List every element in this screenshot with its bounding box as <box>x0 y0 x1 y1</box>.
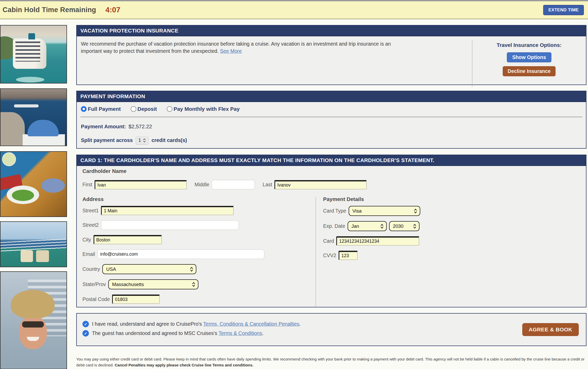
city-input[interactable] <box>94 235 162 244</box>
wine-glass-shape <box>2 152 16 166</box>
email-input[interactable] <box>97 249 264 259</box>
postal-code-label: Postal Code <box>82 296 110 302</box>
exp-date-label: Exp. Date <box>323 223 345 229</box>
city-label: City <box>82 237 91 243</box>
cvv-row: CVV2 <box>323 251 420 260</box>
hold-time-label: Cabin Hold Time Remaining <box>3 6 96 14</box>
msc-terms-link[interactable]: Terms & Conditions <box>219 330 262 336</box>
flex-pay-radio-option[interactable]: Pay Monthly with Flex Pay <box>167 106 240 112</box>
postal-row: Postal Code <box>82 295 316 304</box>
country-value: USA <box>106 266 116 272</box>
cruise-ship-stern-photo <box>0 25 67 83</box>
ship-funnel-shape <box>28 33 35 39</box>
agree-terms-checkbox[interactable]: ✓ <box>82 321 89 327</box>
address-and-details-columns: Address Street1 Street2 City Email <box>82 196 582 308</box>
first-name-label: First <box>82 182 92 188</box>
cancel-penalties-notice: Cancel Penalties may apply please check … <box>115 363 253 367</box>
updown-chevron-icon <box>143 138 146 143</box>
check-icon: ✓ <box>84 322 87 326</box>
guest-terms-checkbox[interactable]: ✓ <box>82 330 89 337</box>
show-options-button[interactable]: Show Options <box>507 52 551 62</box>
card-type-label: Card Type <box>323 208 346 214</box>
cliff-shape <box>0 112 25 146</box>
middle-name-label: Middle <box>195 182 209 188</box>
card1-section: CARD 1: THE CARDHOLDER'S NAME AND ADDRES… <box>76 155 586 307</box>
payment-info-section: PAYMENT INFORMATION Full Payment Deposit… <box>76 91 586 149</box>
insurance-body: We recommend the purchase of vacation pr… <box>77 36 586 90</box>
deposit-label: Deposit <box>138 106 157 112</box>
agreement-row-2: ✓ The guest has understood and agreed to… <box>82 330 301 337</box>
santorini-blue-dome-photo <box>0 88 67 146</box>
travel-insurance-options-title: Travel Insurance Options: <box>497 42 562 48</box>
street1-label: Street1 <box>82 208 99 214</box>
agreement-section: ✓ I have read, understand and agree to C… <box>76 313 586 346</box>
postal-code-input[interactable] <box>112 295 160 304</box>
country-label: Country <box>82 266 100 272</box>
credit-cards-label: credit cards(s) <box>152 137 187 143</box>
state-row: State/Prov Massachusetts <box>82 279 316 289</box>
full-payment-label: Full Payment <box>88 106 121 112</box>
ship-wake-shape <box>16 77 44 82</box>
traveler-straw-hat-photo <box>0 271 67 369</box>
radio-unselected-icon[interactable] <box>131 106 136 112</box>
last-name-input[interactable] <box>274 180 367 189</box>
radio-unselected-icon[interactable] <box>167 106 172 112</box>
flex-pay-label: Pay Monthly with Flex Pay <box>174 106 240 112</box>
card-type-row: Card Type Visa <box>323 206 420 216</box>
state-label: State/Prov <box>82 281 106 287</box>
country-select[interactable]: USA <box>102 264 196 274</box>
card-number-label: Card <box>323 238 334 244</box>
city-row: City <box>82 235 316 244</box>
first-name-input[interactable] <box>95 180 187 189</box>
updown-chevron-icon <box>413 223 416 229</box>
full-payment-radio-option[interactable]: Full Payment <box>81 106 121 112</box>
hold-time-countdown: 4:07 <box>105 6 120 14</box>
deck-railing-shape <box>0 239 67 252</box>
deck-dining-photo <box>0 151 67 217</box>
payment-type-radio-group: Full Payment Deposit Pay Monthly with Fl… <box>77 102 586 115</box>
agreement-text-1-prefix: I have read, understand and agree to Cru… <box>92 321 203 327</box>
sunglasses-shape <box>22 321 44 328</box>
payment-details-column: Payment Details Card Type Visa Exp. Dat <box>316 196 420 308</box>
see-more-link[interactable]: See More <box>220 48 242 54</box>
state-value: Massachusetts <box>112 282 144 287</box>
cardholder-name-row: First Middle Last <box>82 180 582 189</box>
terms-cancellation-link[interactable]: Terms, Conditions & Cancellation Penalti… <box>203 321 299 327</box>
card-number-input[interactable] <box>336 236 419 246</box>
blue-plate-shape <box>41 178 65 193</box>
street2-label: Street2 <box>82 222 99 228</box>
blue-dome-shape <box>27 120 59 136</box>
straw-hat-shape <box>11 290 55 318</box>
updown-chevron-icon <box>192 282 195 287</box>
insurance-section-header: VACATION PROTECTION INSURANCE <box>77 26 586 36</box>
exp-month-select[interactable]: Jan <box>348 221 387 231</box>
agree-and-book-button[interactable]: AGREE & BOOK <box>522 323 579 336</box>
street1-input[interactable] <box>101 206 234 215</box>
cabin-hold-banner: Cabin Hold Time Remaining 4:07 EXTEND TI… <box>0 1 588 19</box>
state-select[interactable]: Massachusetts <box>108 279 198 289</box>
decline-insurance-button[interactable]: Decline Insurance <box>503 66 556 76</box>
split-count-select[interactable]: 1 <box>136 136 148 144</box>
split-payment-row: Split payment across 1 credit cards(s) <box>77 130 586 144</box>
cvv-label: CVV2 <box>323 253 336 258</box>
extend-time-button[interactable]: EXTEND TIME <box>543 5 584 15</box>
insurance-description: We recommend the purchase of vacation pr… <box>77 39 402 87</box>
insurance-section: VACATION PROTECTION INSURANCE We recomme… <box>76 25 586 85</box>
cardholder-name-heading: Cardholder Name <box>82 168 582 174</box>
face-shape <box>19 316 47 349</box>
deposit-radio-option[interactable]: Deposit <box>131 106 157 112</box>
check-icon: ✓ <box>84 331 87 336</box>
deck-loungers-photo <box>0 221 67 267</box>
agreement-checkboxes: ✓ I have read, understand and agree to C… <box>77 320 301 339</box>
card-type-select[interactable]: Visa <box>349 206 420 216</box>
updown-chevron-icon <box>190 266 193 272</box>
email-row: Email <box>82 249 316 259</box>
cvv-input[interactable] <box>339 251 358 260</box>
card1-section-header: CARD 1: THE CARDHOLDER'S NAME AND ADDRES… <box>77 155 586 166</box>
exp-year-select[interactable]: 2030 <box>389 221 419 231</box>
payment-amount-row: Payment Amount: $2,572.22 <box>77 117 586 130</box>
radio-selected-icon[interactable] <box>81 106 87 112</box>
payment-details-heading: Payment Details <box>323 196 420 202</box>
street2-input[interactable] <box>101 220 239 230</box>
middle-name-input[interactable] <box>212 180 255 189</box>
